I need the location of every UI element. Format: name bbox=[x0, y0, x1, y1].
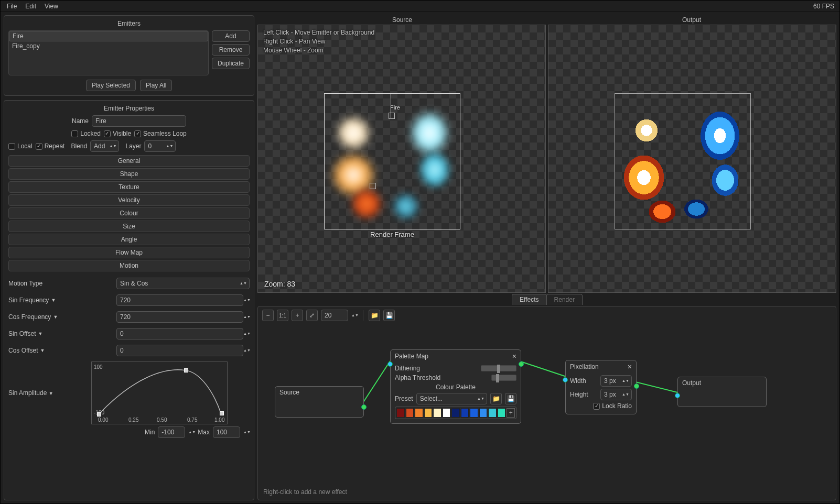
tab-effects[interactable]: Effects bbox=[512, 294, 546, 305]
zoom-in-icon[interactable]: + bbox=[292, 310, 303, 321]
blend-select[interactable]: Add▲▼ bbox=[90, 140, 119, 152]
chevron-down-icon[interactable]: ▼ bbox=[49, 391, 53, 396]
colour-swatch[interactable] bbox=[424, 408, 433, 418]
output-port[interactable] bbox=[361, 404, 367, 410]
close-icon[interactable]: × bbox=[512, 352, 516, 360]
chevron-updown-icon[interactable]: ▲▼ bbox=[188, 431, 195, 434]
section-shape[interactable]: Shape bbox=[8, 168, 250, 180]
zoom-out-icon[interactable]: − bbox=[262, 310, 274, 321]
chevron-updown-icon[interactable]: ▲▼ bbox=[351, 314, 358, 317]
width-field[interactable]: 3 px▲▼ bbox=[600, 375, 632, 387]
fit-icon[interactable]: ⤢ bbox=[306, 310, 318, 321]
colour-swatch[interactable] bbox=[488, 408, 497, 418]
node-palette-map[interactable]: Palette Map× Dithering Alpha Threshold C… bbox=[390, 349, 521, 424]
seamless-checkbox[interactable]: ✓Seamless Loop bbox=[134, 130, 187, 137]
locked-checkbox[interactable]: Locked bbox=[71, 130, 101, 137]
source-viewport[interactable]: Left Click - Move Emitter or Background … bbox=[257, 25, 546, 293]
chevron-updown-icon[interactable]: ▲▼ bbox=[243, 431, 250, 434]
output-viewport[interactable] bbox=[548, 25, 836, 293]
graph-handle[interactable] bbox=[97, 412, 101, 417]
list-item[interactable]: Fire_copy bbox=[9, 41, 208, 51]
input-port[interactable] bbox=[387, 361, 393, 367]
add-button[interactable]: Add bbox=[212, 30, 250, 42]
sin-freq-field[interactable] bbox=[116, 294, 243, 306]
visible-checkbox[interactable]: ✓Visible bbox=[104, 130, 131, 137]
min-field[interactable] bbox=[158, 426, 185, 438]
render-frame[interactable]: Fire Render Frame bbox=[324, 93, 460, 229]
dithering-slider[interactable] bbox=[481, 365, 516, 371]
zoom-reset-icon[interactable]: 1:1 bbox=[277, 310, 288, 321]
colour-swatch[interactable] bbox=[451, 408, 460, 418]
section-flowmap[interactable]: Flow Map bbox=[8, 247, 250, 258]
graph-handle[interactable] bbox=[220, 411, 224, 415]
section-angle[interactable]: Angle bbox=[8, 234, 250, 245]
chevron-updown-icon[interactable]: ▲▼ bbox=[243, 349, 250, 352]
emitters-list[interactable]: Fire Fire_copy bbox=[8, 30, 209, 75]
name-field[interactable] bbox=[92, 115, 186, 127]
sin-off-field[interactable] bbox=[116, 328, 243, 339]
chevron-down-icon[interactable]: ▼ bbox=[40, 348, 45, 353]
sin-amp-graph[interactable]: 100 -100 0.00 0.25 0.50 0.75 1.00 bbox=[91, 361, 228, 424]
colour-swatch[interactable] bbox=[415, 408, 423, 418]
section-colour[interactable]: Colour bbox=[8, 207, 250, 219]
colour-swatch[interactable] bbox=[470, 408, 478, 418]
output-port[interactable] bbox=[519, 361, 524, 367]
emitter-handle[interactable] bbox=[370, 183, 376, 189]
input-port[interactable] bbox=[563, 377, 568, 382]
menu-file[interactable]: File bbox=[3, 2, 21, 11]
colour-swatch[interactable] bbox=[461, 408, 469, 418]
chevron-updown-icon[interactable]: ▲▼ bbox=[243, 332, 250, 335]
colour-swatch[interactable] bbox=[443, 408, 451, 418]
output-port[interactable] bbox=[634, 384, 639, 389]
motion-type-select[interactable]: Sin & Cos▲▼ bbox=[116, 278, 250, 289]
chevron-down-icon[interactable]: ▼ bbox=[38, 331, 42, 336]
play-all-button[interactable]: Play All bbox=[140, 80, 172, 91]
section-motion[interactable]: Motion bbox=[8, 260, 250, 271]
repeat-checkbox[interactable]: ✓Repeat bbox=[36, 143, 65, 150]
layer-field[interactable]: 0▲▼ bbox=[144, 140, 176, 152]
duplicate-button[interactable]: Duplicate bbox=[212, 58, 250, 69]
chevron-down-icon[interactable]: ▼ bbox=[51, 298, 56, 303]
save-preset-icon[interactable] bbox=[505, 393, 516, 404]
node-source[interactable]: Source bbox=[275, 386, 364, 418]
max-field[interactable] bbox=[213, 426, 240, 438]
name-label: Name bbox=[72, 117, 89, 125]
open-icon[interactable] bbox=[369, 310, 380, 321]
close-icon[interactable]: × bbox=[628, 363, 632, 371]
colour-swatch[interactable] bbox=[396, 408, 405, 418]
emitter-handle[interactable] bbox=[389, 113, 395, 119]
local-checkbox[interactable]: Local bbox=[8, 143, 33, 150]
node-output[interactable]: Output bbox=[677, 377, 767, 407]
colour-swatch[interactable] bbox=[479, 408, 488, 418]
list-item[interactable]: Fire bbox=[9, 31, 208, 41]
height-field[interactable]: 3 px▲▼ bbox=[600, 389, 632, 400]
add-swatch-button[interactable]: + bbox=[507, 408, 515, 418]
section-texture[interactable]: Texture bbox=[8, 181, 250, 193]
colour-swatch[interactable] bbox=[406, 408, 414, 418]
colour-swatch[interactable] bbox=[433, 408, 441, 418]
node-title: Palette Map bbox=[395, 353, 428, 360]
graph-handle[interactable] bbox=[184, 368, 188, 372]
cos-freq-field[interactable] bbox=[116, 311, 243, 323]
node-editor[interactable]: − 1:1 + ⤢ ▲▼ bbox=[257, 306, 836, 500]
play-selected-button[interactable]: Play Selected bbox=[86, 80, 136, 91]
chevron-updown-icon[interactable]: ▲▼ bbox=[243, 315, 250, 319]
input-port[interactable] bbox=[675, 393, 680, 398]
colour-swatch[interactable] bbox=[498, 408, 506, 418]
save-icon[interactable] bbox=[383, 310, 395, 321]
section-general[interactable]: General bbox=[8, 155, 250, 167]
tab-render[interactable]: Render bbox=[546, 294, 583, 305]
alpha-slider[interactable] bbox=[491, 375, 516, 381]
chevron-down-icon[interactable]: ▼ bbox=[53, 314, 58, 320]
menu-edit[interactable]: Edit bbox=[21, 2, 40, 11]
section-velocity[interactable]: Velocity bbox=[8, 194, 250, 206]
chevron-updown-icon[interactable]: ▲▼ bbox=[243, 299, 250, 302]
lock-ratio-checkbox[interactable]: ✓Lock Ratio bbox=[570, 402, 632, 410]
section-size[interactable]: Size bbox=[8, 221, 250, 232]
remove-button[interactable]: Remove bbox=[212, 44, 250, 56]
zoom-field[interactable] bbox=[321, 310, 348, 321]
menu-view[interactable]: View bbox=[40, 2, 62, 11]
cos-off-field[interactable] bbox=[116, 345, 243, 356]
open-preset-icon[interactable] bbox=[490, 393, 502, 404]
preset-select[interactable]: Select...▲▼ bbox=[416, 393, 487, 404]
